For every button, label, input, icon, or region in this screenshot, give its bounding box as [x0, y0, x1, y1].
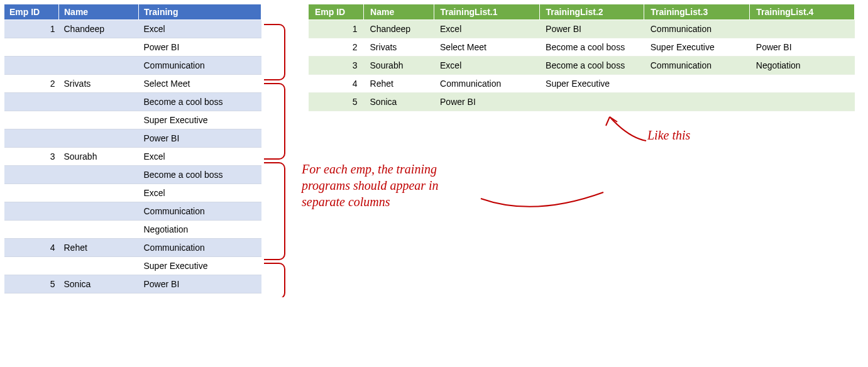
bracket-icon [264, 83, 285, 160]
table-row: 4RehetCommunicationSuper Executive [309, 75, 855, 93]
table-row: 5SonicaPower BI [4, 275, 261, 293]
table-row: 2SrivatsSelect Meet [4, 75, 261, 93]
col-header-empid: Emp ID [309, 4, 364, 20]
annotation-like-this: Like this [647, 127, 690, 143]
annotation-main: For each emp, the training programs shou… [302, 161, 439, 210]
bracket-icon [264, 24, 285, 80]
table-row: 3SourabhExcelBecome a cool bossCommunica… [309, 57, 855, 75]
result-table: Emp ID Name TrainingList.1 TrainingList.… [308, 4, 855, 111]
table-row: 5SonicaPower BI [309, 93, 855, 111]
table-row: Super Executive [4, 111, 261, 129]
table-row: Excel [4, 184, 261, 202]
arrow-icon [597, 109, 654, 147]
table-row: Become a cool boss [4, 166, 261, 184]
col-header-name: Name [364, 4, 434, 20]
table-row: Power BI [4, 129, 261, 148]
col-header-name: Name [59, 4, 139, 20]
source-table: Emp ID Name Training 1ChandeepExcel Powe… [4, 4, 261, 293]
table-row: Become a cool boss [4, 93, 261, 111]
table-row: Power BI [4, 38, 261, 57]
col-header-empid: Emp ID [4, 4, 59, 20]
bracket-icon [264, 263, 285, 297]
table-row: 3SourabhExcel [4, 148, 261, 166]
col-header-t2: TrainingList.2 [539, 4, 644, 20]
col-header-t3: TrainingList.3 [644, 4, 750, 20]
table-row: 4RehetCommunication [4, 239, 261, 257]
table-row: Communication [4, 202, 261, 221]
bracket-icon [264, 162, 285, 260]
table-row: Communication [4, 57, 261, 75]
table-row: 2SrivatsSelect MeetBecome a cool bossSup… [309, 38, 855, 57]
table-row: 1ChandeepExcel [4, 20, 261, 38]
table-row: 1ChandeepExcelPower BICommunication [309, 20, 855, 38]
col-header-training: Training [139, 4, 261, 20]
table-row: Super Executive [4, 257, 261, 275]
arrow-icon [478, 180, 616, 224]
col-header-t4: TrainingList.4 [750, 4, 855, 20]
col-header-t1: TrainingList.1 [434, 4, 539, 20]
table-row: Negotiation [4, 221, 261, 239]
